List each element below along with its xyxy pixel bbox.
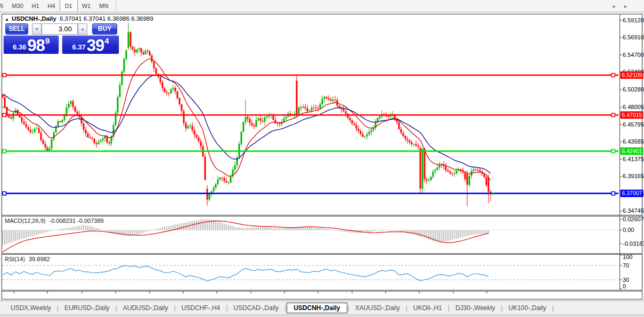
svg-text:6.59120: 6.59120 <box>623 17 644 23</box>
svg-text:6.39165: 6.39165 <box>623 173 644 179</box>
sell-price-pip: 9 <box>45 36 50 45</box>
svg-text:100: 100 <box>623 254 632 260</box>
buy-price-prefix: 6.37 <box>72 43 85 51</box>
svg-text:0.00: 0.00 <box>623 227 634 233</box>
sell-price-prefix: 6.36 <box>13 43 26 51</box>
svg-text:6.56910: 6.56910 <box>623 34 644 40</box>
current-price-marker <box>492 193 494 195</box>
svg-text:6.47015: 6.47015 <box>622 112 642 118</box>
mt4-window: 6.591206.569106.547006.524906.502806.480… <box>0 0 644 317</box>
rsi-indicator-label: RSI(14) 39.8982 <box>5 256 50 262</box>
svg-text:6.45795: 6.45795 <box>623 121 644 128</box>
sell-button[interactable]: SELL <box>5 23 28 35</box>
svg-text:0: 0 <box>623 283 626 289</box>
collapse-triangle-icon[interactable]: ▲ <box>5 17 9 22</box>
chart-ohlc-values: 6.37041 6.37041 6.36986 6.36989 <box>60 15 153 22</box>
svg-text:6.54700: 6.54700 <box>623 52 644 58</box>
volume-increase-button[interactable]: ▴ <box>78 23 87 35</box>
chart-window-frame <box>2 14 642 299</box>
buy-price: 6.37 39 4 <box>62 36 119 54</box>
macd-name: MACD(12,26,9) <box>5 218 45 224</box>
svg-text:6.43585: 6.43585 <box>623 138 644 145</box>
sell-price: 6.36 98 9 <box>4 36 59 54</box>
svg-text:6.48005: 6.48005 <box>623 104 644 110</box>
sell-price-display[interactable]: 6.36 98 9 <box>4 36 59 54</box>
rsi-value: 39.8982 <box>29 256 50 262</box>
svg-text:-0.031872: -0.031872 <box>623 240 644 247</box>
trade-controls-row: SELL ▾ ▴ BUY <box>4 23 119 35</box>
svg-text:70: 70 <box>623 262 629 269</box>
volume-decrease-button[interactable]: ▾ <box>32 23 42 35</box>
rsi-name: RSI(14) <box>5 256 25 262</box>
chart-symbol: USDCNH-,Daily <box>12 15 56 22</box>
svg-text:6.41375: 6.41375 <box>623 156 644 162</box>
svg-text:30: 30 <box>623 277 629 283</box>
macd-indicator-label: MACD(12,26,9) -0.008231 -0.007389 <box>5 218 104 224</box>
buy-price-display[interactable]: 6.37 39 4 <box>62 36 119 54</box>
svg-text:6.50280: 6.50280 <box>623 86 644 93</box>
svg-text:6.37007: 6.37007 <box>622 190 642 196</box>
svg-text:6.42401: 6.42401 <box>622 148 642 154</box>
buy-price-main: 39 <box>87 38 104 53</box>
volume-input[interactable] <box>42 23 78 35</box>
svg-text:6.34745: 6.34745 <box>623 207 644 214</box>
svg-text:0.02607: 0.02607 <box>623 216 644 222</box>
one-click-trading-panel: SELL ▾ ▴ BUY 6.36 98 9 6.37 39 4 <box>4 23 119 54</box>
chart-title: ▲USDCNH-,Daily 6.37041 6.37041 6.36986 6… <box>5 15 153 22</box>
sell-price-main: 98 <box>27 38 44 53</box>
svg-text:6.52109: 6.52109 <box>622 72 642 78</box>
buy-button[interactable]: BUY <box>92 23 117 35</box>
buy-price-pip: 4 <box>104 36 109 45</box>
macd-values: -0.008231 -0.007389 <box>49 218 103 224</box>
